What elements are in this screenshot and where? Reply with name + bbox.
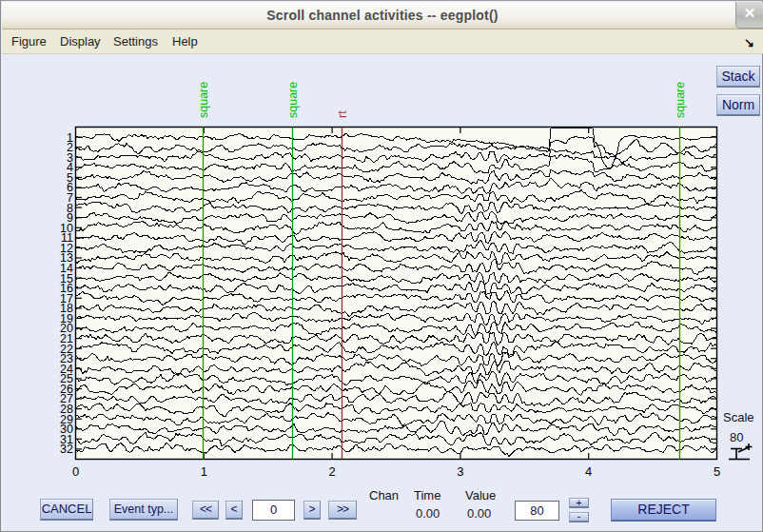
svg-text:square: square	[197, 82, 210, 118]
svg-text:3: 3	[457, 464, 463, 479]
svg-text:1: 1	[201, 464, 207, 479]
svg-text:rt: rt	[336, 110, 349, 118]
svg-text:5: 5	[714, 464, 720, 479]
svg-text:32: 32	[60, 443, 73, 456]
svg-text:2: 2	[328, 464, 335, 479]
svg-text:square: square	[674, 82, 687, 118]
svg-text:square: square	[286, 82, 300, 118]
svg-text:0: 0	[72, 464, 79, 479]
svg-text:4: 4	[585, 464, 592, 479]
